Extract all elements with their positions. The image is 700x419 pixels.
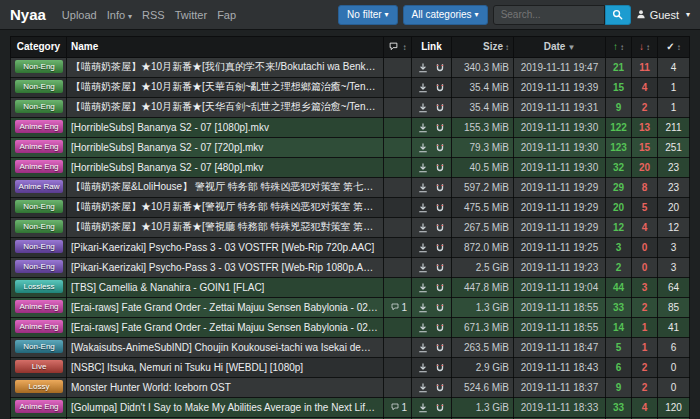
download-icon[interactable]: [418, 303, 428, 313]
torrent-name-link[interactable]: [Pikari-Kaerizaki] Psycho-Pass 3 - 03 VO…: [71, 242, 379, 253]
torrent-name-link[interactable]: [NSBC] Itsuka, Nemuri ni Tsuku Hi [WEBDL…: [71, 362, 379, 373]
download-icon[interactable]: [418, 123, 428, 133]
completed-cell: 0: [658, 357, 690, 377]
download-icon[interactable]: [418, 203, 428, 213]
magnet-icon[interactable]: [435, 343, 445, 353]
category-icon[interactable]: Non-Eng: [15, 60, 63, 73]
torrent-name-link[interactable]: [Pikari-Kaerizaki] Psycho-Pass 3 - 03 VO…: [71, 262, 379, 273]
download-icon[interactable]: [418, 223, 428, 233]
header-size[interactable]: Size↕: [452, 37, 514, 58]
magnet-icon[interactable]: [435, 383, 445, 393]
leechers-cell: 2: [632, 357, 658, 377]
category-icon[interactable]: Non-Eng: [15, 100, 63, 113]
nav-item-twitter[interactable]: Twitter: [175, 9, 207, 21]
category-icon[interactable]: Anime Eng: [15, 300, 63, 313]
category-icon[interactable]: Anime Eng: [15, 320, 63, 333]
download-icon[interactable]: [418, 263, 428, 273]
magnet-icon[interactable]: [435, 243, 445, 253]
header-completed[interactable]: ✓↕: [658, 37, 690, 58]
download-icon[interactable]: [418, 183, 428, 193]
nav-item-rss[interactable]: RSS: [142, 9, 165, 21]
search-button[interactable]: [605, 5, 631, 25]
magnet-icon[interactable]: [435, 403, 445, 413]
magnet-icon[interactable]: [435, 323, 445, 333]
magnet-icon[interactable]: [435, 303, 445, 313]
header-leechers[interactable]: ↓↕: [632, 37, 658, 58]
category-dropdown[interactable]: All categories▾: [403, 5, 488, 25]
magnet-icon[interactable]: [435, 203, 445, 213]
torrent-name-link[interactable]: [Golumpa] Didn't I Say to Make My Abilit…: [71, 402, 379, 413]
header-date-label: Date: [544, 41, 566, 52]
category-icon[interactable]: Lossy: [15, 380, 63, 393]
nav-item-fap[interactable]: Fap: [217, 9, 236, 21]
download-icon[interactable]: [418, 403, 428, 413]
size-cell: 1.3 GiB: [452, 397, 514, 417]
magnet-icon[interactable]: [435, 123, 445, 133]
comments-badge[interactable]: 1: [391, 402, 407, 413]
magnet-icon[interactable]: [435, 223, 445, 233]
torrent-name-link[interactable]: [HorribleSubs] Bananya S2 - 07 [720p].mk…: [71, 142, 379, 153]
category-icon[interactable]: Anime Eng: [15, 160, 63, 173]
torrent-name-link[interactable]: 【喵萌奶茶屋】★10月新番★[警视厅 特务部 特殊凶恶犯对策室 第七课/Toku…: [71, 200, 379, 214]
category-icon[interactable]: Non-Eng: [15, 200, 63, 213]
magnet-icon[interactable]: [435, 363, 445, 373]
category-icon[interactable]: Anime Eng: [15, 400, 63, 413]
seeders-cell: 44: [606, 277, 632, 297]
magnet-icon[interactable]: [435, 183, 445, 193]
category-icon[interactable]: Lossless: [15, 280, 63, 293]
category-icon[interactable]: Live: [15, 360, 63, 373]
category-icon[interactable]: Non-Eng: [15, 340, 63, 353]
nav-item-upload[interactable]: Upload: [62, 9, 97, 21]
comment-bubble-icon: [391, 302, 399, 313]
magnet-icon[interactable]: [435, 83, 445, 93]
download-icon[interactable]: [418, 283, 428, 293]
torrent-name-link[interactable]: 【喵萌奶茶屋】★10月新番★[警視廳 特務部 特殊兇惡犯對策室 第七課/Toku…: [71, 220, 379, 234]
magnet-icon[interactable]: [435, 283, 445, 293]
magnet-icon[interactable]: [435, 63, 445, 73]
category-icon[interactable]: Non-Eng: [15, 220, 63, 233]
guest-dropdown[interactable]: Guest ▾: [636, 9, 690, 21]
torrent-name-link[interactable]: 【喵萌奶茶屋】★10月新番★[天华百剑~乱世之理想乡篇治愈~/Tenka Hya…: [71, 100, 379, 114]
header-category[interactable]: Category: [11, 37, 67, 58]
torrent-name-link[interactable]: [Wakaisubs-AnimeSubIND] Choujin Koukouse…: [71, 342, 379, 353]
category-icon[interactable]: Anime Eng: [15, 140, 63, 153]
category-icon[interactable]: Anime Eng: [15, 120, 63, 133]
download-icon[interactable]: [418, 363, 428, 373]
torrent-name-link[interactable]: [Erai-raws] Fate Grand Order - Zettai Ma…: [71, 302, 379, 313]
download-icon[interactable]: [418, 63, 428, 73]
filter-dropdown[interactable]: No filter▾: [338, 5, 397, 25]
download-icon[interactable]: [418, 83, 428, 93]
torrent-name-link[interactable]: Monster Hunter World: Iceborn OST: [71, 382, 379, 393]
magnet-icon[interactable]: [435, 163, 445, 173]
torrent-name-link[interactable]: [TBS] Camellia & Nanahira - GOIN1 [FLAC]: [71, 282, 379, 293]
magnet-icon[interactable]: [435, 143, 445, 153]
header-name[interactable]: Name: [67, 37, 384, 58]
header-seeders[interactable]: ↑↕: [606, 37, 632, 58]
search-input[interactable]: [493, 5, 605, 25]
header-date[interactable]: Date▼: [514, 37, 606, 58]
download-icon[interactable]: [418, 383, 428, 393]
torrent-name-link[interactable]: [Erai-raws] Fate Grand Order - Zettai Ma…: [71, 322, 379, 333]
download-icon[interactable]: [418, 323, 428, 333]
sort-icon: ↕: [646, 43, 650, 52]
category-icon[interactable]: Non-Eng: [15, 80, 63, 93]
torrent-name-link[interactable]: 【喵萌奶茶屋】★10月新番★[我们真的学不来!/Bokutachi wa Ben…: [71, 60, 379, 74]
download-icon[interactable]: [418, 163, 428, 173]
torrent-name-link[interactable]: [HorribleSubs] Bananya S2 - 07 [480p].mk…: [71, 162, 379, 173]
nav-item-info[interactable]: Info▾: [107, 9, 132, 21]
brand-link[interactable]: Nyaa: [10, 6, 46, 23]
category-icon[interactable]: Non-Eng: [15, 240, 63, 253]
download-icon[interactable]: [418, 343, 428, 353]
magnet-icon[interactable]: [435, 263, 445, 273]
comments-badge[interactable]: 1: [391, 302, 407, 313]
magnet-icon[interactable]: [435, 103, 445, 113]
download-icon[interactable]: [418, 243, 428, 253]
torrent-name-link[interactable]: [HorribleSubs] Bananya S2 - 07 [1080p].m…: [71, 122, 379, 133]
torrent-name-link[interactable]: 【喵萌奶茶屋】★10月新番★[天華百劍~亂世之理想鄉篇治癒~/Tenka Hya…: [71, 80, 379, 94]
header-comments[interactable]: ↕: [384, 37, 412, 58]
download-icon[interactable]: [418, 103, 428, 113]
torrent-name-link[interactable]: 【喵萌奶茶屋&LoliHouse】 警视厅 特务部 特殊凶恶犯对策室 第七课 /…: [71, 180, 379, 194]
download-icon[interactable]: [418, 143, 428, 153]
category-icon[interactable]: Anime Raw: [15, 180, 63, 193]
category-icon[interactable]: Non-Eng: [15, 260, 63, 273]
